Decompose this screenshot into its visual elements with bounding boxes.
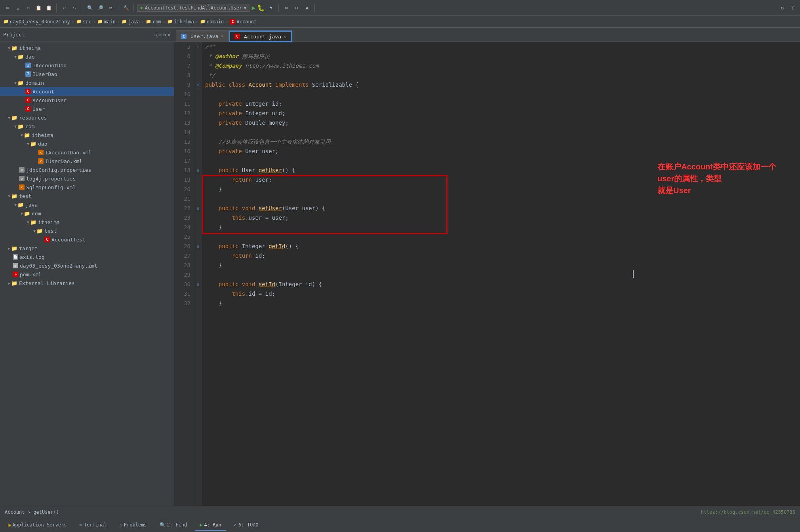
bc-account[interactable]: C Account [230,19,257,25]
folder-icon-java-test: 📁 [17,202,24,208]
sidebar-item-iml[interactable]: ⚙ day03_eesy_03one2many.iml [0,261,174,270]
toolbar-icon-1[interactable]: ⊞ [3,4,12,12]
help-icon[interactable]: ? [788,4,797,12]
sidebar-item-accounttest[interactable]: C AccountTest [0,235,174,244]
sidebar-item-test[interactable]: 📁 test [0,192,174,200]
sidebar-item-itheima[interactable]: 📁 itheima [0,44,174,52]
interface-icon-iuserdao: I [25,71,31,77]
paren-22a: ( [282,203,285,213]
sidebar-item-iaccountdao[interactable]: I IAccountDao [0,61,174,70]
sidebar-item-sqlmapconfig[interactable]: x SqlMapConfig.xml [0,183,174,192]
search2-icon[interactable]: 🔎 [96,4,105,12]
bc-itheima[interactable]: 📁 itheima [167,19,194,25]
sidebar-item-itheima-res[interactable]: 📁 itheima [0,131,174,139]
sidebar-item-com-test[interactable]: 📁 com [0,209,174,218]
param-id-30: id) { [305,279,322,289]
gutter-22[interactable]: ⊖ [194,203,202,213]
build-icon[interactable]: 🔨 [122,4,130,12]
toolbar-icon-4[interactable]: 📋 [34,4,43,12]
tab-close-user[interactable]: ✕ [221,34,223,39]
sidebar-item-account[interactable]: C Account [0,87,174,96]
code-comment-8: */ [205,70,215,80]
sidebar-item-resources[interactable]: 📁 resources [0,113,174,122]
code-content[interactable]: /** * @author 黑马程序员 * @Company http://ww… [202,42,800,506]
toolbar-icon-2[interactable]: ☁ [13,4,22,12]
bc-domain[interactable]: 📁 domain [200,19,224,25]
ln-13: 13 [177,118,190,127]
sidebar-item-com-res[interactable]: 📁 com [0,122,174,131]
arrow-domain [14,81,17,85]
sidebar: Project ⊕ ≡ ⚙ ✕ 📁 itheima 📁 dao [0,28,174,506]
settings-icon[interactable]: ⚙ [778,4,787,12]
kw-private-12: private [219,108,245,118]
ln-7: 7 [177,61,190,70]
xml-icon-iuserdao: x [38,158,44,164]
sidebar-item-pom[interactable]: m pom.xml [0,270,174,279]
sidebar-item-iaccountdao-xml[interactable]: x IAccountDao.xml [0,148,174,157]
ln-18: 18 [177,165,190,175]
code-comment-7a: * [205,61,215,70]
bc-src[interactable]: 📁 src [76,19,91,25]
bc-project[interactable]: 📁 day03_eesy_03one2many [3,19,70,25]
search-icon[interactable]: 🔍 [86,4,94,12]
arrow-target [8,246,10,251]
nav-icon[interactable]: ⇄ [106,4,115,12]
sidebar-item-iuserdao[interactable]: I IUserDao [0,70,174,78]
sidebar-item-accountuser[interactable]: C AccountUser [0,96,174,104]
bc-main[interactable]: 📁 main [97,19,116,25]
git2-icon[interactable]: ⊖ [292,4,301,12]
sidebar-item-jdbc[interactable]: p jdbcConfig.properties [0,165,174,174]
code-line-28: } [205,260,800,270]
bottom-tab-appservers[interactable]: ◉ Application Servers [3,520,72,531]
indent-13 [205,118,219,127]
sidebar-item-dao-res[interactable]: 📁 dao [0,139,174,148]
code-line-25 [205,232,800,241]
tab-close-account[interactable]: ✕ [284,34,286,39]
gutter-30[interactable]: ⊖ [194,279,202,289]
class-icon-accountuser: C [25,97,31,103]
sidebar-item-test-dir[interactable]: 📁 test [0,226,174,235]
gutter-9[interactable]: ⊖ [194,80,202,89]
sidebar-item-ext-libs[interactable]: 📁 External Libraries [0,279,174,287]
sidebar-item-java-test[interactable]: 📁 java [0,200,174,209]
sidebar-item-itheima-test[interactable]: 📁 itheima [0,218,174,226]
tab-user-java[interactable]: C User.java ✕ [176,30,229,42]
undo-icon[interactable]: ↩ [60,4,69,12]
gutter-18[interactable]: ⊖ [194,165,202,175]
bottom-tab-run[interactable]: ▶ 4: Run [195,520,226,531]
sidebar-collapse-icon[interactable]: ≡ [159,32,162,38]
toolbar-icon-3[interactable]: ✂ [24,4,32,12]
tab-account-java[interactable]: C Account.java ✕ [229,30,291,42]
redo-icon[interactable]: ↪ [70,4,79,12]
bottom-tab-todo[interactable]: ✓ 6: TODO [229,520,263,531]
sidebar-item-user[interactable]: C User [0,104,174,113]
bottom-tab-terminal[interactable]: ⌨ Terminal [75,520,112,531]
bc-com[interactable]: 📁 com [146,19,161,25]
sidebar-item-log4j[interactable]: p log4j.properties [0,174,174,183]
coverage-icon[interactable]: ⚑ [267,4,275,12]
bc-domain-icon: 📁 [200,19,206,24]
debug-button[interactable]: 🐛 [257,4,265,11]
run-button[interactable]: ▶ [252,4,256,11]
bottom-tab-problems[interactable]: ⚠ Problems [115,520,152,531]
kw-public-30: public [219,279,242,289]
sidebar-item-target[interactable]: 📁 target [0,244,174,253]
kw-class-9: class [229,80,249,89]
sidebar-sync-icon[interactable]: ⊕ [154,32,157,38]
toolbar-icon-5[interactable]: 📋 [44,4,53,12]
gutter-26[interactable]: ⊖ [194,241,202,251]
sidebar-item-axislog[interactable]: 📄 axis.log [0,253,174,261]
bottom-tab-find[interactable]: 🔍 2: Find [155,520,192,531]
ln-23: 23 [177,213,190,222]
bc-java[interactable]: 📁 java [122,19,140,25]
diff-icon[interactable]: ≠ [303,4,311,12]
sidebar-item-domain[interactable]: 📁 domain [0,78,174,87]
sidebar-item-dao[interactable]: 📁 dao [0,52,174,61]
sidebar-settings-icon[interactable]: ⚙ [164,32,166,38]
sidebar-close-icon[interactable]: ✕ [168,32,171,38]
run-config-selector[interactable]: ▶ AccountTest.testFindAllAccountUser ▼ [137,4,250,12]
separator-5 [278,4,279,12]
sidebar-item-iuserdao-xml[interactable]: x IUserDao.xml [0,157,174,165]
gutter-7 [194,61,202,70]
git-icon[interactable]: ⊕ [282,4,291,12]
